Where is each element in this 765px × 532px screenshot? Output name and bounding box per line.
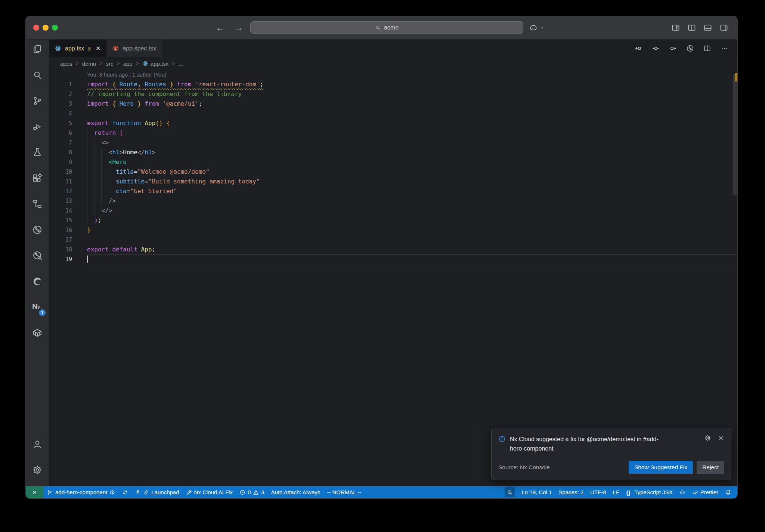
line-number[interactable]: 9: [49, 157, 87, 167]
line-number[interactable]: 18: [49, 245, 87, 254]
code-line[interactable]: 12 cta="Get Started": [49, 186, 737, 196]
breadcrumb-item[interactable]: app.tsx: [142, 61, 168, 67]
status-cursor-position[interactable]: Ln 19, Col 1: [518, 486, 555, 498]
breadcrumb-item[interactable]: app: [123, 61, 133, 67]
line-number[interactable]: 11: [49, 177, 87, 186]
tab-app-tsx[interactable]: app.tsx3✕: [49, 40, 106, 57]
line-number[interactable]: 12: [49, 186, 87, 196]
code-line[interactable]: 7 <>: [49, 138, 737, 148]
activity-containers[interactable]: [26, 323, 49, 343]
code-line[interactable]: 18export default App;: [49, 245, 737, 254]
code-line[interactable]: 13 />: [49, 196, 737, 206]
split-editor-icon[interactable]: [703, 44, 711, 52]
notification-settings-gear-icon[interactable]: [704, 434, 711, 442]
line-number[interactable]: 7: [49, 138, 87, 148]
status-eol-sequence[interactable]: LF: [610, 486, 623, 498]
code-line[interactable]: 5export function App() {: [49, 118, 737, 128]
next-change-icon[interactable]: [669, 44, 677, 52]
customize-layout-icon[interactable]: [671, 23, 680, 32]
line-number[interactable]: 5: [49, 118, 87, 128]
breadcrumb-item[interactable]: ...: [178, 61, 183, 67]
reject-button[interactable]: Reject: [697, 461, 724, 474]
close-tab-icon[interactable]: ✕: [96, 45, 100, 52]
activity-search[interactable]: [26, 65, 49, 85]
status-git-branch[interactable]: add-hero-component: [44, 486, 119, 498]
minimize-window-button[interactable]: [43, 25, 49, 31]
status-encoding[interactable]: UTF-8: [587, 486, 610, 498]
line-number[interactable]: 1: [49, 80, 87, 89]
status-remote[interactable]: [26, 486, 44, 498]
line-number[interactable]: 19: [49, 254, 87, 264]
line-number[interactable]: 6: [49, 128, 87, 138]
back-arrow-icon[interactable]: ←: [214, 22, 226, 33]
breadcrumb-item[interactable]: src: [106, 61, 113, 67]
line-number[interactable]: 14: [49, 206, 87, 216]
status-vim-mode[interactable]: -- NORMAL --: [323, 486, 365, 498]
code-line[interactable]: 10 title="Welcmoe @acme/demo": [49, 167, 737, 177]
previous-change-icon[interactable]: [635, 44, 642, 52]
line-number[interactable]: 10: [49, 167, 87, 177]
status-auto-attach[interactable]: Auto Attach: Always: [268, 486, 324, 498]
zoom-window-button[interactable]: [52, 25, 58, 31]
code-line[interactable]: 15 );: [49, 216, 737, 225]
status-copilot-status[interactable]: [676, 486, 689, 498]
code-line[interactable]: 9 <Hero: [49, 157, 737, 167]
toggle-secondary-sidebar-icon[interactable]: [719, 23, 728, 32]
code-line[interactable]: 3import { Hero } from '@acme/ui';: [49, 99, 737, 109]
code-line[interactable]: 4: [49, 109, 737, 118]
status-notifications-bell[interactable]: [722, 486, 734, 498]
code-line[interactable]: 6 return (: [49, 128, 737, 138]
breadcrumb-item[interactable]: demo: [82, 61, 96, 67]
line-number[interactable]: 3: [49, 99, 87, 109]
activity-extensions[interactable]: [26, 168, 49, 188]
activity-gitlens[interactable]: [26, 220, 49, 239]
toggle-primary-sidebar-icon[interactable]: [687, 23, 696, 32]
code-line[interactable]: 19: [49, 254, 737, 264]
activity-edge-tools[interactable]: [26, 272, 49, 291]
notification-close-icon[interactable]: [717, 434, 724, 442]
breadcrumb-item[interactable]: apps: [60, 61, 72, 67]
code-line[interactable]: 1import { Route, Routes } from 'react-ro…: [49, 80, 737, 89]
line-number[interactable]: 15: [49, 216, 87, 225]
vertical-scrollbar[interactable]: [732, 70, 737, 486]
activity-testing[interactable]: [26, 143, 49, 162]
toggle-panel-icon[interactable]: [703, 23, 712, 32]
line-number[interactable]: 4: [49, 109, 87, 118]
code-line[interactable]: 8 <h1>Home</h1>: [49, 148, 737, 157]
code-line[interactable]: 2// importing the component from the lib…: [49, 89, 737, 99]
gitlens-commit-graph-icon[interactable]: [686, 44, 694, 52]
code-editor[interactable]: You, 3 hours ago | 1 author (You)1import…: [49, 70, 737, 486]
activity-explorer[interactable]: [26, 40, 49, 59]
more-actions-icon[interactable]: [721, 44, 728, 52]
status-problems[interactable]: 03: [236, 486, 268, 498]
line-number[interactable]: 2: [49, 89, 87, 99]
line-number[interactable]: 16: [49, 225, 87, 235]
open-change-icon[interactable]: [652, 44, 660, 52]
activity-settings[interactable]: [26, 460, 49, 480]
code-line[interactable]: 17: [49, 235, 737, 245]
command-center-search[interactable]: acme: [250, 21, 523, 34]
tab-app-spec-tsx[interactable]: app.spec.tsx: [106, 40, 162, 57]
code-line[interactable]: 16}: [49, 225, 737, 235]
code-line[interactable]: 11 subtitle="Build something amazing tod…: [49, 177, 737, 186]
forward-arrow-icon[interactable]: →: [233, 22, 244, 33]
status-launchpad[interactable]: Launchpad: [131, 486, 182, 498]
status-language-mode[interactable]: {}TypeScript JSX: [623, 486, 676, 498]
status-indentation[interactable]: Spaces: 2: [555, 486, 587, 498]
activity-run-and-debug[interactable]: [26, 117, 49, 136]
line-number[interactable]: 17: [49, 235, 87, 245]
line-number[interactable]: 8: [49, 148, 87, 157]
line-number[interactable]: 13: [49, 196, 87, 206]
activity-gitlens-inspect[interactable]: [26, 246, 49, 265]
code-line[interactable]: 14 </>: [49, 206, 737, 216]
activity-nx-console[interactable]: N›1: [26, 297, 49, 317]
status-formatter-prettier[interactable]: Prettier: [689, 486, 722, 498]
activity-source-control[interactable]: [26, 91, 49, 111]
status-compare-changes[interactable]: [119, 486, 131, 498]
scrollbar-thumb[interactable]: [733, 74, 737, 195]
status-nx-cloud-ai-fix[interactable]: Nx Cloud AI Fix: [183, 486, 236, 498]
close-window-button[interactable]: [33, 25, 39, 31]
copilot-menu-button[interactable]: [529, 16, 545, 39]
status-zoom-indicator[interactable]: [505, 487, 515, 497]
show-suggested-fix-button[interactable]: Show Suggested Fix: [629, 461, 693, 474]
